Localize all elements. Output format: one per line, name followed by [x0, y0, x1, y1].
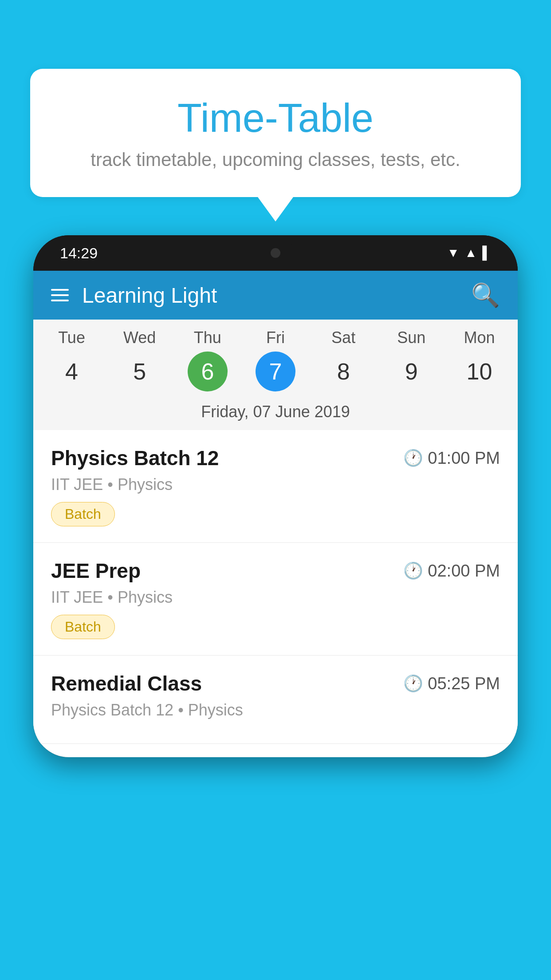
- speech-bubble: Time-Table track timetable, upcoming cla…: [30, 69, 521, 197]
- schedule-item-1-header: Physics Batch 12 🕐 01:00 PM: [51, 446, 500, 470]
- feature-subtitle: track timetable, upcoming classes, tests…: [66, 149, 485, 170]
- schedule-list: Physics Batch 12 🕐 01:00 PM IIT JEE • Ph…: [33, 430, 518, 744]
- schedule-item-1-time: 🕐 01:00 PM: [403, 449, 500, 468]
- schedule-item-2-title: JEE Prep: [51, 559, 141, 583]
- day-number-fri: 7: [256, 352, 295, 391]
- battery-icon: ▌: [482, 246, 491, 260]
- clock-icon-1: 🕐: [403, 449, 423, 467]
- schedule-item-1-title: Physics Batch 12: [51, 446, 219, 470]
- day-col-wed[interactable]: Wed 5: [111, 328, 169, 396]
- day-number-wed: 5: [120, 352, 160, 391]
- day-col-sun[interactable]: Sun 9: [382, 328, 440, 396]
- day-label-thu: Thu: [194, 328, 221, 347]
- phone-bottom: [33, 744, 518, 757]
- clock-icon-3: 🕐: [403, 674, 423, 693]
- batch-badge-2: Batch: [51, 615, 115, 639]
- day-number-sun: 9: [391, 352, 431, 391]
- selected-date-label: Friday, 07 June 2019: [33, 396, 518, 430]
- day-col-mon[interactable]: Mon 10: [450, 328, 508, 396]
- schedule-item-3-subtitle: Physics Batch 12 • Physics: [51, 701, 500, 719]
- menu-button[interactable]: [51, 289, 69, 301]
- schedule-item-2-subtitle: IIT JEE • Physics: [51, 588, 500, 607]
- schedule-item-1[interactable]: Physics Batch 12 🕐 01:00 PM IIT JEE • Ph…: [33, 430, 518, 543]
- camera: [271, 248, 280, 258]
- speech-bubble-container: Time-Table track timetable, upcoming cla…: [30, 69, 521, 221]
- phone-frame: 14:29 ▼ ▲ ▌ Learning Light 🔍: [33, 235, 518, 757]
- day-col-tue[interactable]: Tue 4: [43, 328, 101, 396]
- schedule-item-3-time: 🕐 05:25 PM: [403, 674, 500, 693]
- schedule-item-3-header: Remedial Class 🕐 05:25 PM: [51, 672, 500, 695]
- day-label-sun: Sun: [397, 328, 425, 347]
- day-col-fri[interactable]: Fri 7: [247, 328, 304, 396]
- day-number-tue: 4: [52, 352, 92, 391]
- app-bar-left: Learning Light: [51, 283, 217, 308]
- status-time: 14:29: [60, 245, 98, 262]
- day-label-tue: Tue: [58, 328, 85, 347]
- menu-line-3: [51, 300, 69, 301]
- schedule-item-3-title: Remedial Class: [51, 672, 202, 695]
- day-number-sat: 8: [323, 352, 363, 391]
- calendar-strip: Tue 4 Wed 5 Thu 6 Fri 7 Sat 8: [33, 320, 518, 430]
- day-col-thu[interactable]: Thu 6: [179, 328, 236, 396]
- status-icons: ▼ ▲ ▌: [447, 246, 491, 260]
- notch: [258, 235, 293, 271]
- day-label-fri: Fri: [266, 328, 285, 347]
- signal-icon: ▲: [464, 246, 477, 260]
- clock-icon-2: 🕐: [403, 561, 423, 580]
- menu-line-1: [51, 289, 69, 291]
- schedule-item-2-header: JEE Prep 🕐 02:00 PM: [51, 559, 500, 583]
- wifi-icon: ▼: [447, 246, 460, 260]
- day-number-thu: 6: [188, 352, 228, 391]
- search-button[interactable]: 🔍: [471, 282, 500, 309]
- app-title: Learning Light: [82, 283, 217, 308]
- status-bar: 14:29 ▼ ▲ ▌: [33, 235, 518, 271]
- schedule-item-3[interactable]: Remedial Class 🕐 05:25 PM Physics Batch …: [33, 656, 518, 744]
- feature-title: Time-Table: [66, 95, 485, 141]
- menu-line-2: [51, 294, 69, 296]
- schedule-item-2[interactable]: JEE Prep 🕐 02:00 PM IIT JEE • Physics Ba…: [33, 543, 518, 656]
- days-row: Tue 4 Wed 5 Thu 6 Fri 7 Sat 8: [33, 328, 518, 396]
- day-label-mon: Mon: [464, 328, 495, 347]
- day-label-sat: Sat: [331, 328, 355, 347]
- day-number-mon: 10: [459, 352, 499, 391]
- schedule-item-1-subtitle: IIT JEE • Physics: [51, 475, 500, 494]
- day-label-wed: Wed: [123, 328, 156, 347]
- day-col-sat[interactable]: Sat 8: [315, 328, 372, 396]
- schedule-item-2-time: 🕐 02:00 PM: [403, 561, 500, 581]
- app-bar: Learning Light 🔍: [33, 271, 518, 320]
- batch-badge-1: Batch: [51, 502, 115, 526]
- phone-wrapper: 14:29 ▼ ▲ ▌ Learning Light 🔍: [33, 235, 518, 980]
- speech-bubble-arrow: [258, 197, 293, 221]
